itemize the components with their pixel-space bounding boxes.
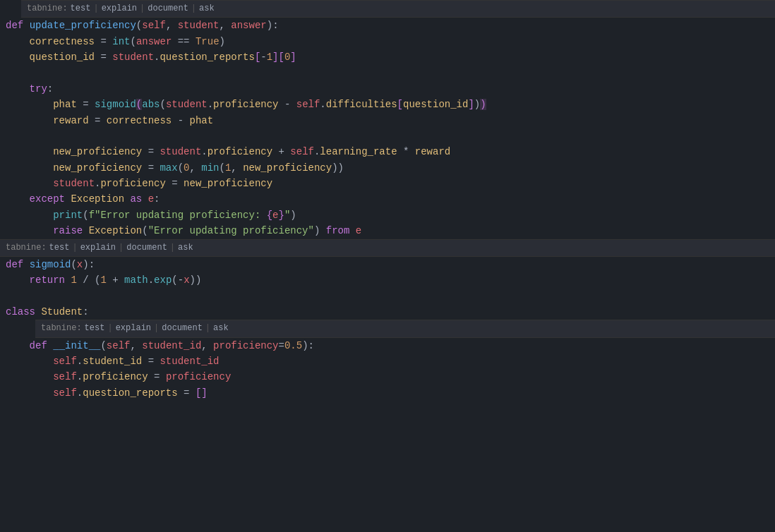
code-line: new_proficiency = student.proficiency + … [0,144,775,159]
tabnine-test-3[interactable]: test [85,322,105,335]
code-line: new_proficiency = max(0, min(1, new_prof… [0,160,775,176]
tabnine-bar-3: tabnine: test | explain | document | ask [35,320,775,337]
tabnine-test-2[interactable]: test [49,241,70,255]
code-line: except Exception as e: [0,191,775,207]
tabnine-ask-1[interactable]: ask [199,2,215,16]
code-line: def sigmoid(x): [0,257,775,272]
tabnine-label-2: tabnine: [6,241,47,255]
blank-line [0,65,775,80]
tabnine-explain-1[interactable]: explain [102,2,137,16]
tabnine-document-1[interactable]: document [148,2,188,16]
code-editor: tabnine: test | explain | document | ask… [0,0,775,532]
code-line: question_id = student.question_reports[-… [0,49,775,65]
tabnine-bar-2: tabnine: test | explain | document | ask [0,239,775,257]
code-line: self.question_reports = [] [0,385,775,401]
tabnine-document-3[interactable]: document [162,322,203,335]
code-line: class Student: [0,304,775,320]
tabnine-label: tabnine: [27,2,68,16]
code-line: raise Exception("Error updating proficie… [0,223,775,238]
tabnine-ask-2[interactable]: ask [178,241,193,255]
tabnine-label-3: tabnine: [41,322,82,335]
code-line: self.proficiency = proficiency [0,369,775,385]
code-line: student.proficiency = new_proficiency [0,176,775,191]
tabnine-test-1[interactable]: test [71,2,91,16]
code-line: try: [0,81,775,97]
code-line: self.student_id = student_id [0,353,775,369]
code-line: reward = correctness - phat [0,113,775,128]
code-line: phat = sigmoid(abs(student.proficiency -… [0,97,775,112]
tabnine-bar-1: tabnine: test | explain | document | ask [21,0,775,18]
tabnine-ask-3[interactable]: ask [213,322,229,335]
tabnine-document-2[interactable]: document [126,241,167,255]
tabnine-explain-3[interactable]: explain [116,322,151,335]
code-line: correctness = int(answer == True) [0,34,775,49]
blank-line [0,128,775,144]
tabnine-explain-2[interactable]: explain [80,241,116,255]
code-line: print(f"Error updating proficiency: {e}"… [0,207,775,223]
blank-line [0,289,775,304]
code-line: def update_proficiency(self, student, an… [0,18,775,33]
code-line: def __init__(self, student_id, proficien… [0,338,775,353]
code-line: return 1 / (1 + math.exp(-x)) [0,272,775,288]
